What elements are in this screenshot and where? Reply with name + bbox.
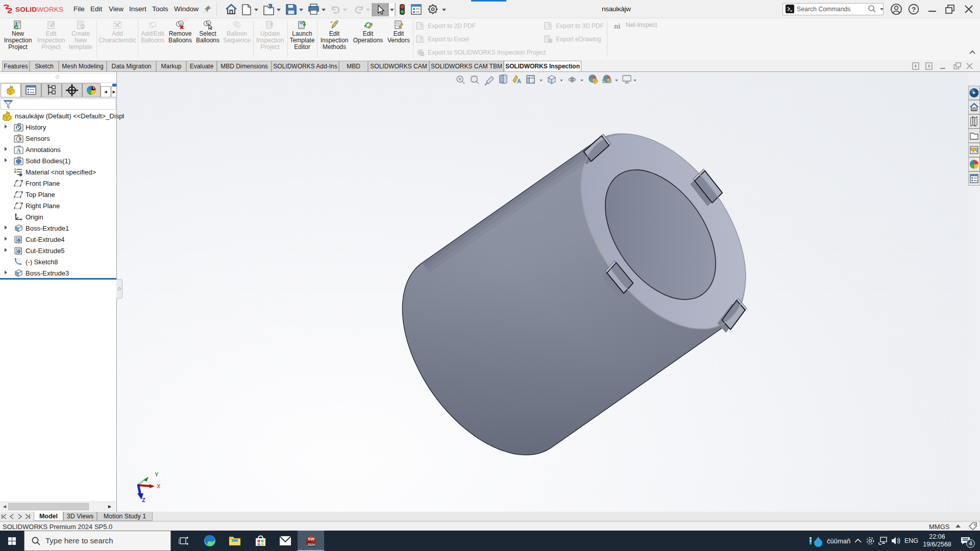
svg-text:PDF: PDF (420, 27, 425, 30)
svg-text:SW: SW (308, 537, 314, 541)
svg-text:Y: Y (155, 471, 159, 478)
svg-text:?: ? (912, 6, 916, 13)
svg-text:Z: Z (142, 497, 145, 503)
svg-text:A: A (517, 78, 521, 84)
svg-text:PDF: PDF (548, 27, 553, 30)
svg-text:2024: 2024 (307, 543, 315, 546)
svg-text:A: A (16, 147, 21, 154)
svg-text:X: X (157, 483, 161, 489)
svg-text:SOLIDWORKS: SOLIDWORKS (15, 6, 63, 13)
svg-text:11: 11 (179, 22, 183, 25)
svg-text:11: 11 (206, 21, 210, 24)
